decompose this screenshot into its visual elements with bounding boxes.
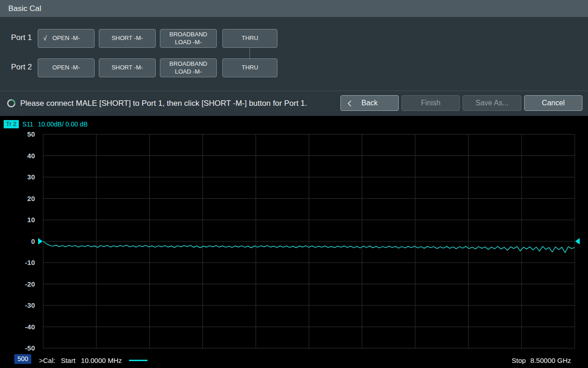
button-label: SHORT -M- xyxy=(112,34,143,42)
trace-display: Tr 2 S11 10.00dB/ 0.00 dB 50 40 30 20 10… xyxy=(0,116,588,368)
s11-trace-plot xyxy=(0,116,588,368)
button-label: Back xyxy=(362,99,378,107)
check-icon: √ xyxy=(43,34,47,43)
dialog-title: Basic Cal xyxy=(0,0,588,17)
finish-button[interactable]: Finish xyxy=(401,95,460,111)
button-label: OPEN -M- xyxy=(52,64,80,71)
button-label: Cancel xyxy=(542,99,565,107)
cancel-button[interactable]: Cancel xyxy=(524,95,582,111)
start-label: Start xyxy=(61,356,75,364)
port1-open-button[interactable]: √ OPEN -M- xyxy=(38,29,95,48)
start-value: 10.0000 MHz xyxy=(81,356,122,364)
stop-value: 8.50000 GHz xyxy=(531,356,571,364)
port2-short-button[interactable]: SHORT -M- xyxy=(99,58,156,77)
stop-frequency-readout: Stop 8.50000 GHz xyxy=(512,354,571,366)
button-label: Save As... xyxy=(475,99,509,107)
port2-broadband-load-button[interactable]: BROADBAND LOAD -M- xyxy=(160,58,217,77)
save-as-button[interactable]: Save As... xyxy=(463,95,521,111)
cal-indicator: >Cal: xyxy=(39,356,55,364)
cal-standards-panel: Port 1 √ OPEN -M- SHORT -M- BROADBAND LO… xyxy=(0,17,588,91)
back-button[interactable]: Back xyxy=(340,95,399,111)
instruction-message: Please connect MALE [SHORT] to Port 1, t… xyxy=(20,91,307,116)
port1-short-button[interactable]: SHORT -M- xyxy=(99,29,156,48)
port2-label: Port 2 xyxy=(11,63,36,72)
button-label: BROADBAND LOAD -M- xyxy=(167,60,210,75)
button-label: BROADBAND LOAD -M- xyxy=(167,31,210,46)
button-label: THRU xyxy=(242,64,258,71)
button-label: OPEN -M- xyxy=(52,34,80,42)
port2-thru-button[interactable]: THRU xyxy=(222,58,277,77)
thru-connector-line xyxy=(249,48,250,59)
port1-broadband-load-button[interactable]: BROADBAND LOAD -M- xyxy=(160,29,217,48)
button-label: THRU xyxy=(242,34,258,42)
prompt-row: Please connect MALE [SHORT] to Port 1, t… xyxy=(0,91,588,116)
button-label: SHORT -M- xyxy=(112,64,143,71)
port1-thru-button[interactable]: THRU xyxy=(222,29,277,48)
button-label: Finish xyxy=(421,99,441,107)
port1-label: Port 1 xyxy=(11,33,36,42)
stop-label: Stop xyxy=(512,356,526,364)
trace-color-swatch xyxy=(129,360,147,361)
progress-spinner-icon xyxy=(6,98,16,108)
start-frequency-readout: >Cal: Start 10.0000 MHz xyxy=(39,354,147,366)
port2-open-button[interactable]: OPEN -M- xyxy=(38,58,95,77)
chevron-left-icon xyxy=(347,100,352,107)
points-badge[interactable]: 500 xyxy=(14,354,31,364)
